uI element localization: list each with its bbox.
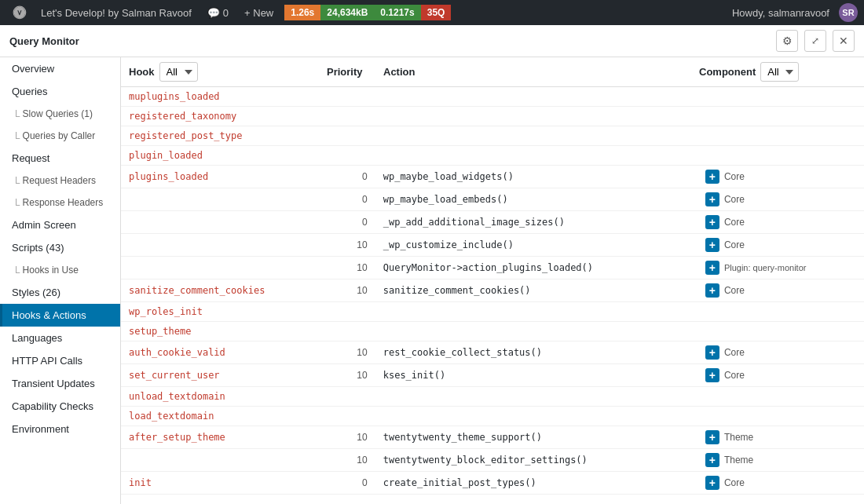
sidebar: Overview Queries Slow Queries (1) Querie… xyxy=(0,57,121,504)
sidebar-item-hooks-actions[interactable]: Hooks & Actions xyxy=(0,304,120,327)
action-col-header: Action xyxy=(383,66,690,78)
hook-cell: registered_post_type xyxy=(121,126,338,146)
component-name: Core xyxy=(724,370,745,381)
action-cell: kses_init() xyxy=(375,364,697,387)
site-name[interactable]: Let's Develop! by Salman Ravoof xyxy=(33,0,200,25)
hook-cell: muplugins_loaded xyxy=(121,87,338,107)
sidebar-item-styles[interactable]: Styles (26) xyxy=(0,281,120,304)
hook-cell: unload_textdomain xyxy=(121,387,338,407)
howdy-text[interactable]: Howdy, salmanravoof xyxy=(726,7,836,19)
stat-queries-time[interactable]: 0.1217s xyxy=(374,5,420,20)
expand-row-button[interactable]: + xyxy=(705,215,719,229)
sidebar-item-admin-screen[interactable]: Admin Screen xyxy=(0,214,120,236)
sidebar-item-request-headers[interactable]: Request Headers xyxy=(0,170,120,192)
sidebar-item-hooks-in-use[interactable]: Hooks in Use xyxy=(0,259,120,281)
priority-cell xyxy=(338,302,375,322)
priority-cell xyxy=(338,146,375,166)
qm-panel-title: Query Monitor xyxy=(9,35,79,47)
expand-row-button[interactable]: + xyxy=(705,345,719,360)
qm-content: Hook All Priority Action Component All xyxy=(121,57,864,504)
expand-row-button[interactable]: + xyxy=(705,476,719,490)
hook-cell: sanitize_comment_cookies xyxy=(121,279,338,302)
expand-button[interactable]: ⤢ xyxy=(804,30,826,52)
sidebar-item-environment[interactable]: Environment xyxy=(0,418,120,440)
hook-filter-select[interactable]: All xyxy=(159,62,198,82)
sidebar-item-overview[interactable]: Overview xyxy=(0,57,120,80)
component-name: Core xyxy=(724,171,745,182)
sidebar-item-http-api-calls[interactable]: HTTP API Calls xyxy=(0,349,120,372)
wp-logo[interactable] xyxy=(6,0,33,25)
sidebar-item-request[interactable]: Request xyxy=(0,147,120,170)
sidebar-item-slow-queries[interactable]: Slow Queries (1) xyxy=(0,103,120,125)
component-cell xyxy=(697,407,864,426)
component-filter-label: Component xyxy=(699,66,756,78)
comments-link[interactable]: 💬 0 xyxy=(200,0,236,25)
priority-cell: 10 xyxy=(338,279,375,302)
close-button[interactable]: ✕ xyxy=(833,30,855,52)
action-cell: wp_maybe_load_widgets() xyxy=(375,166,697,188)
settings-button[interactable]: ⚙ xyxy=(776,30,798,52)
hook-cell xyxy=(121,449,338,472)
table-row: 10_wp_customize_include()+Core xyxy=(121,234,864,257)
component-cell: +Theme xyxy=(697,449,864,472)
action-cell: twentytwenty_block_editor_settings() xyxy=(375,449,697,472)
close-icon: ✕ xyxy=(839,35,848,47)
table-row: 0wp_maybe_load_embeds()+Core xyxy=(121,188,864,211)
expand-row-button[interactable]: + xyxy=(705,238,719,252)
table-row: unload_textdomain xyxy=(121,387,864,407)
action-cell: sanitize_comment_cookies() xyxy=(375,279,697,302)
component-cell: +Theme xyxy=(697,426,864,449)
component-cell xyxy=(697,146,864,166)
sidebar-item-capability-checks[interactable]: Capability Checks xyxy=(0,395,120,418)
action-cell xyxy=(375,126,697,146)
qm-stats[interactable]: 1.26s 24,634kB 0.1217s 35Q xyxy=(284,5,451,20)
priority-cell: 10 xyxy=(338,257,375,279)
sidebar-item-queries[interactable]: Queries xyxy=(0,80,120,103)
component-cell: +Core xyxy=(697,188,864,211)
action-cell: rest_cookie_collect_status() xyxy=(375,341,697,364)
component-cell: +Core xyxy=(697,472,864,495)
hook-cell xyxy=(121,211,338,234)
expand-row-button[interactable]: + xyxy=(705,192,719,206)
expand-row-button[interactable]: + xyxy=(705,283,719,298)
sidebar-item-transient-updates[interactable]: Transient Updates xyxy=(0,372,120,395)
sidebar-item-scripts[interactable]: Scripts (43) xyxy=(0,236,120,259)
expand-row-button[interactable]: + xyxy=(705,261,719,275)
priority-cell xyxy=(338,87,375,107)
sidebar-item-response-headers[interactable]: Response Headers xyxy=(0,192,120,214)
priority-cell xyxy=(338,107,375,126)
expand-row-button[interactable]: + xyxy=(705,368,719,382)
hooks-table-container[interactable]: muplugins_loadedregistered_taxonomyregis… xyxy=(121,87,864,504)
table-row: wp_roles_init xyxy=(121,302,864,322)
sidebar-item-queries-by-caller[interactable]: Queries by Caller xyxy=(0,125,120,147)
hook-cell: set_current_user xyxy=(121,364,338,387)
stat-time[interactable]: 1.26s xyxy=(284,5,320,20)
action-cell: _wp_add_additional_image_sizes() xyxy=(375,211,697,234)
avatar[interactable]: SR xyxy=(839,3,858,22)
table-row: 0_wp_add_additional_image_sizes()+Core xyxy=(121,211,864,234)
expand-row-button[interactable]: + xyxy=(705,430,719,444)
expand-row-button[interactable]: + xyxy=(705,453,719,467)
component-cell: +Core xyxy=(697,364,864,387)
priority-cell xyxy=(338,387,375,407)
hook-cell: setup_theme xyxy=(121,322,338,341)
filter-bar: Hook All Priority Action Component All xyxy=(121,57,864,87)
hooks-table: muplugins_loadedregistered_taxonomyregis… xyxy=(121,87,864,495)
new-content[interactable]: + New xyxy=(236,0,281,25)
component-cell xyxy=(697,107,864,126)
stat-queries-count[interactable]: 35Q xyxy=(421,5,452,20)
table-row: 10QueryMonitor->action_plugins_loaded()+… xyxy=(121,257,864,279)
action-cell xyxy=(375,146,697,166)
sidebar-item-languages[interactable]: Languages xyxy=(0,327,120,349)
hook-cell: load_textdomain xyxy=(121,407,338,426)
stat-memory[interactable]: 24,634kB xyxy=(320,5,374,20)
action-cell xyxy=(375,302,697,322)
action-cell xyxy=(375,107,697,126)
hook-cell xyxy=(121,188,338,211)
component-filter-select[interactable]: All xyxy=(760,62,799,82)
expand-row-button[interactable]: + xyxy=(705,170,719,184)
table-row: load_textdomain xyxy=(121,407,864,426)
component-cell: +Core xyxy=(697,234,864,257)
table-row: registered_taxonomy xyxy=(121,107,864,126)
gear-icon: ⚙ xyxy=(782,35,793,47)
